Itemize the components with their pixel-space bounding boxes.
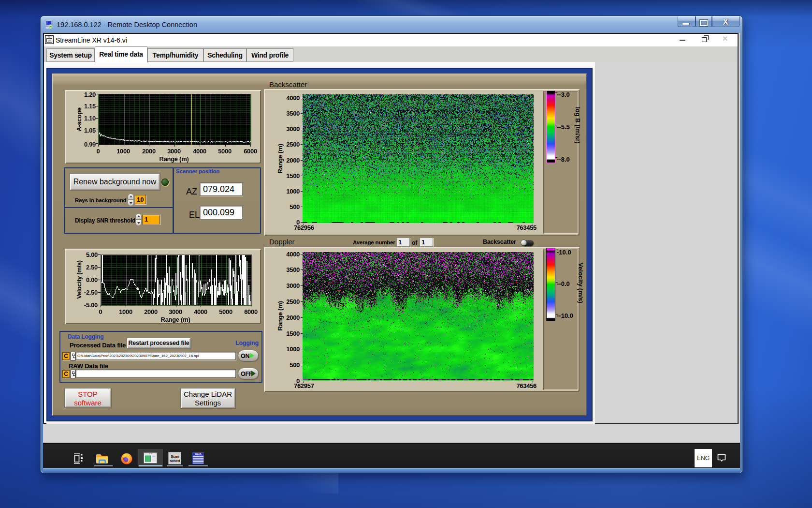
svg-text:WEEK: WEEK [195,453,202,455]
